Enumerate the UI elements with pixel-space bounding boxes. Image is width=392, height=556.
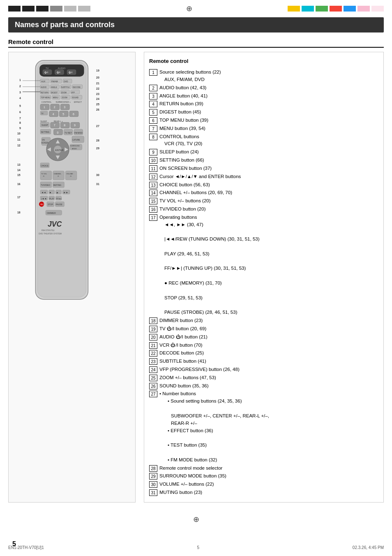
item-number: 29 [149, 473, 157, 480]
svg-text:5: 5 [62, 113, 64, 116]
svg-text:SLEEP: SLEEP [42, 124, 48, 126]
svg-text:10: 10 [17, 132, 21, 135]
item-number: 11 [149, 165, 157, 172]
right-panel-title: Remote control [149, 57, 378, 65]
list-item: 2 AUDIO button (42, 43) [149, 84, 378, 92]
svg-text:CONTROL: CONTROL [42, 101, 51, 103]
list-item: 21 VCR ⏻/I button (70) [149, 342, 378, 349]
remote-svg: TV AUDIO ⏻/I ⏻/I ⏻/I AUX FM/AM DVD AUDIO… [11, 56, 133, 324]
item-number: 17 [149, 214, 157, 221]
svg-text:9: 9 [74, 124, 76, 127]
item-number: 7 [149, 125, 157, 132]
svg-text:REAR-L +: REAR-L + [54, 120, 63, 123]
svg-text:6: 6 [19, 111, 21, 114]
list-item: 6 TOP MENU button (39) [149, 117, 378, 124]
svg-text:28: 28 [96, 139, 99, 142]
list-item: 20 AUDIO ⏻/I button (21) [149, 334, 378, 341]
svg-text:0: 0 [57, 131, 59, 134]
item-number: 20 [149, 334, 157, 341]
svg-text:6: 6 [73, 113, 74, 116]
svg-text:8: 8 [64, 124, 65, 127]
svg-text:31: 31 [96, 183, 99, 185]
item-number: 27 [149, 391, 157, 397]
list-item: 14 CHANNEL +/– buttons (20, 69, 70) [149, 189, 378, 197]
item-text: ON SCREEN button (37) [159, 165, 378, 172]
list-item: 12 Cursor ◄/►/▲/▼ and ENTER buttons [149, 173, 378, 181]
list-item: 27 • Number buttons • Sound setting butt… [149, 390, 378, 463]
bar-seg-r6 [357, 6, 370, 12]
item-text: • Number buttons • Sound setting buttons… [159, 390, 378, 463]
item-text: VFP (PROGRESSIVE) button (26, 48) [159, 366, 378, 373]
svg-text:AUX: AUX [41, 81, 46, 83]
list-item: 13 CHOICE button (56, 63) [149, 181, 378, 189]
item-text: TV/VIDEO button (20) [159, 206, 378, 213]
bar-right [288, 6, 384, 12]
item-number: 5 [149, 109, 157, 116]
item-number: 9 [149, 149, 157, 155]
item-text: MENU button (39, 54) [159, 125, 378, 132]
item-text: TV ⏻/I button (20, 69) [159, 325, 378, 333]
item-text: Source selecting buttons (22) AUX, FM/AM… [159, 69, 378, 83]
item-number: 31 [149, 489, 157, 496]
item-number: 6 [149, 117, 157, 124]
bar-seg-r2 [302, 6, 314, 12]
section-title: Remote control [8, 38, 384, 48]
svg-text:SLEEP: SLEEP [40, 120, 47, 123]
svg-text:DECODE: DECODE [73, 86, 81, 88]
svg-text:27: 27 [96, 125, 99, 127]
item-text: TOP MENU button (39) [159, 117, 378, 124]
svg-text:3: 3 [19, 91, 21, 94]
svg-text:5: 5 [19, 104, 21, 107]
svg-text:►►: ►► [63, 191, 68, 194]
svg-text:30: 30 [96, 174, 99, 177]
svg-text:|◄◄: |◄◄ [41, 197, 46, 200]
svg-text:STOP: STOP [48, 204, 53, 206]
item-number: 4 [149, 101, 157, 107]
item-text: VOLUME +/– buttons (22) [159, 481, 378, 488]
bar-seg-r7 [371, 6, 384, 12]
svg-text:RETURN: RETURN [41, 92, 48, 94]
item-text: TV VOL +/– buttons (20) [159, 197, 378, 205]
item-text: CONTROL buttons VCR (70), TV (20) [159, 133, 378, 148]
bar-seg-2 [22, 6, 35, 12]
svg-text:DVD: DVD [64, 81, 68, 83]
bottom-cross-icon: ⊕ [193, 515, 199, 524]
svg-text:⏻/I: ⏻/I [69, 71, 73, 74]
svg-text:TV: TV [41, 113, 44, 115]
bar-seg-r1 [288, 6, 300, 12]
list-item: 10 SETTING button (66) [149, 157, 378, 164]
list-item: 11 ON SCREEN button (37) [149, 165, 378, 172]
item-number: 26 [149, 383, 157, 389]
svg-text:12: 12 [17, 144, 21, 147]
svg-text:SUBTITLE: SUBTITLE [61, 86, 69, 88]
item-text: MUTING button (23) [159, 489, 378, 496]
remote-area: TV AUDIO ⏻/I ⏻/I ⏻/I AUX FM/AM DVD AUDIO… [8, 52, 136, 503]
svg-text:15: 15 [17, 174, 21, 177]
svg-text:18: 18 [17, 211, 21, 214]
item-sub: AUX, FM/AM, DVD [159, 76, 378, 83]
svg-text:+: + [70, 174, 72, 178]
list-item: 22 DECODE button (25) [149, 350, 378, 357]
footer-right: 02.3.26, 4:45 PM [353, 545, 384, 550]
list-item: 25 ZOOM +/– buttons (47, 53) [149, 374, 378, 382]
item-number: 28 [149, 465, 157, 472]
svg-text:29: 29 [96, 147, 99, 150]
item-text: ZOOM +/– buttons (47, 53) [159, 374, 378, 382]
svg-text:DVD THEATER SYSTEM: DVD THEATER SYSTEM [39, 233, 62, 235]
item-sub: PAUSE (STROBE) (28, 46, 51, 53) [159, 309, 378, 316]
item-text: DIMMER button (23) [159, 317, 378, 324]
item-number: 3 [149, 93, 157, 100]
svg-text:PAUSE: PAUSE [56, 204, 63, 206]
svg-text:TOP MENU: TOP MENU [41, 97, 50, 99]
list-item: 8 CONTROL buttons VCR (70), TV (20) [149, 133, 378, 148]
list-item: 28 Remote control mode selector [149, 465, 378, 472]
item-number: 16 [149, 206, 157, 213]
svg-text:PLAY: PLAY [49, 198, 55, 200]
svg-text:26: 26 [96, 108, 99, 111]
svg-text:22: 22 [96, 87, 99, 90]
item-number: 23 [149, 358, 157, 365]
svg-text:1: 1 [44, 106, 45, 109]
svg-text:4: 4 [19, 97, 21, 100]
svg-text:DIMMER: DIMMER [47, 212, 56, 214]
bar-seg-r4 [330, 6, 342, 12]
